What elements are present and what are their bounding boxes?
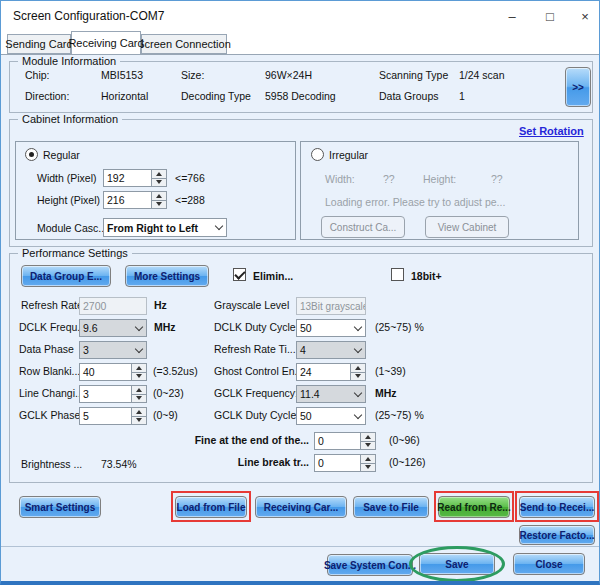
maximize-icon: □ [546,9,554,24]
fine-end-stepper[interactable]: 0 [314,432,376,450]
button-label: Data Group E... [30,271,102,282]
bit18-checkbox-label: 18bit+ [411,270,442,282]
send-to-receiving-button[interactable]: Send to Recei... [519,496,595,518]
ghost-control-range: (1~39) [375,365,406,377]
spinner-buttons[interactable] [360,455,375,471]
tab-label: Sending Card [5,38,72,50]
set-rotation-link[interactable]: Set Rotation [519,125,584,137]
tab-receiving-card[interactable]: Receiving Card [71,31,141,54]
row-blanking-label: Row Blanki... [19,365,80,377]
row-blanking-stepper[interactable]: 40 [79,363,147,381]
fine-end-label: Fine at the end of the... [161,434,309,446]
line-changing-stepper[interactable]: 3 [79,385,147,403]
width-pixel-stepper[interactable]: 192 [103,169,167,187]
close-dialog-button[interactable]: Close [513,553,585,575]
tab-label: Screen Connection [137,38,231,50]
minimize-button[interactable]: – [494,1,530,31]
spinner-buttons[interactable] [350,364,365,380]
button-label: More Settings [134,271,200,282]
gclk-phase-label: GCLK Phase: [19,409,83,421]
dclk-frequency-unit: MHz [154,321,176,333]
read-from-receiving-button[interactable]: Read from Re... [438,496,510,518]
gclk-phase-value: 5 [80,408,131,424]
fine-end-range: (0~96) [389,434,420,446]
gclk-frequency-select[interactable]: 11.4 [296,385,366,403]
button-label: Save to File [363,502,419,513]
more-settings-button[interactable]: More Settings [125,265,209,287]
width-limit-label: <=766 [175,172,205,184]
gclk-phase-stepper[interactable]: 5 [79,407,147,425]
button-label: Restore Facto... [519,530,594,541]
data-phase-select[interactable]: 3 [79,341,147,359]
construct-cabinet-button[interactable]: Construct Ca... [321,216,405,238]
spinner-buttons[interactable] [360,433,375,449]
data-groups-value: 1 [459,90,465,102]
dclk-frequency-select[interactable]: 9.6 [79,319,147,337]
spinner-buttons[interactable] [131,386,146,402]
eliminate-checkbox[interactable] [233,268,246,281]
smart-settings-button[interactable]: Smart Settings [19,496,101,518]
screen-configuration-window: Screen Configuration-COM7 – □ × Sending … [0,0,600,585]
gclk-duty-cycle-select[interactable]: 50 [296,407,366,425]
button-label: Load from File [177,502,246,513]
module-information-title: Module Information [18,55,120,67]
bit18-checkbox[interactable] [391,268,404,281]
dclk-duty-cycle-select[interactable]: 50 [296,319,366,337]
expand-module-info-button[interactable]: >> [565,67,591,107]
chip-label: Chip: [25,69,50,81]
height-pixel-stepper[interactable]: 216 [103,191,167,209]
spin-down-icon [152,201,166,209]
dclk-frequency-value: 9.6 [80,320,131,336]
tab-sending-card[interactable]: Sending Card [7,34,71,54]
close-button[interactable]: × [567,1,600,31]
irregular-height-value: ?? [491,173,503,185]
line-changing-range: (0~23) [153,387,184,399]
maximize-button[interactable]: □ [532,1,568,31]
save-button[interactable]: Save [419,553,495,575]
restore-factory-button[interactable]: Restore Facto... [519,525,595,545]
decoding-type-label: Decoding Type [181,90,251,102]
view-cabinet-button[interactable]: View Cabinet [425,216,509,238]
spin-up-icon [361,433,375,442]
spinner-buttons[interactable] [131,364,146,380]
spin-up-icon [152,170,166,179]
spin-down-icon [351,373,365,381]
line-break-stepper[interactable]: 0 [314,454,376,472]
direction-label: Direction: [25,90,69,102]
minimize-icon: – [508,9,515,24]
tab-screen-connection[interactable]: Screen Connection [141,34,227,54]
spin-up-icon [152,192,166,201]
module-cascade-select[interactable]: From Right to Left [103,218,227,237]
gclk-frequency-unit: MHz [375,387,397,399]
regular-radio[interactable] [25,148,38,161]
row-blanking-note: (=3.52us) [153,365,198,377]
chevron-down-icon [350,386,365,402]
scanning-type-value: 1/24 scan [459,69,505,81]
spin-up-icon [351,364,365,373]
save-to-file-button[interactable]: Save to File [353,496,429,518]
spinner-buttons[interactable] [131,408,146,424]
spinner-buttons[interactable] [151,192,166,208]
brightness-label: Brightness ... [21,458,82,470]
spinner-buttons[interactable] [151,170,166,186]
ghost-control-stepper[interactable]: 24 [296,363,366,381]
save-system-config-button[interactable]: Save System Con... [327,554,413,576]
refresh-rate-input: 2700 [79,297,147,315]
module-cascade-value: From Right to Left [104,219,211,236]
receiving-card-button[interactable]: Receiving Car... [255,496,347,518]
refresh-rate-times-select[interactable]: 4 [296,341,366,359]
data-groups-label: Data Groups [379,90,439,102]
line-break-label: Line break tr... [161,456,309,468]
refresh-rate-value: 2700 [80,298,146,314]
height-pixel-label: Height (Pixel) [37,194,100,206]
data-group-exchange-button[interactable]: Data Group E... [21,265,111,287]
gclk-phase-range: (0~9) [153,409,178,421]
width-pixel-value: 192 [104,170,151,186]
irregular-width-value: ?? [383,173,395,185]
gclk-duty-cycle-range: (25~75) % [375,409,424,421]
irregular-radio[interactable] [311,148,324,161]
button-label: Save System Con... [324,560,416,571]
load-from-file-button[interactable]: Load from File [175,496,247,518]
spin-down-icon [132,417,146,425]
line-break-value: 0 [315,455,360,471]
